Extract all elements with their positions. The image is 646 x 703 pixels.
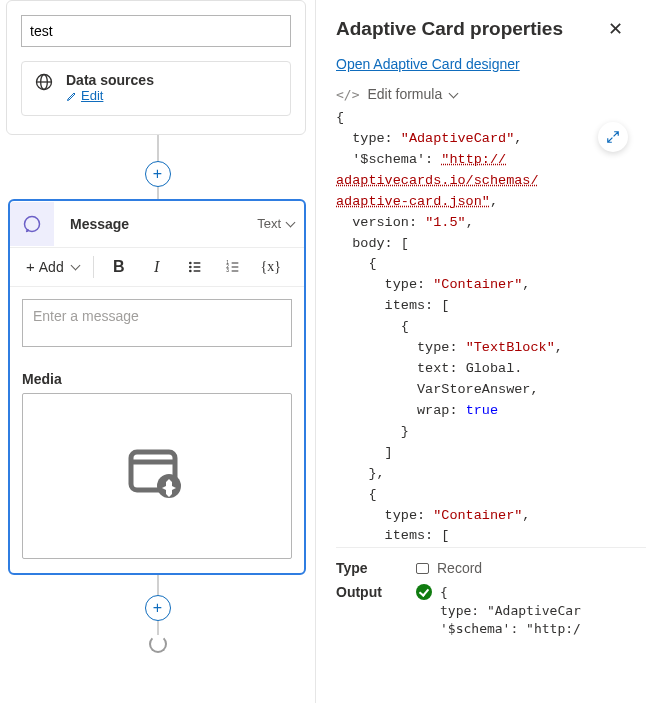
record-icon	[416, 563, 429, 574]
bullet-list-button[interactable]	[178, 252, 212, 282]
svg-text:3: 3	[226, 268, 229, 273]
connector-line	[157, 187, 159, 199]
data-sources-box: Data sources Edit	[21, 61, 291, 116]
type-value: Record	[416, 560, 482, 576]
open-designer-link[interactable]: Open Adaptive Card designer	[316, 48, 646, 80]
formula-dropdown[interactable]: </> Edit formula	[316, 80, 646, 108]
toolbar: + Add B I 123 {x}	[10, 247, 304, 287]
italic-button[interactable]: I	[140, 252, 174, 282]
svg-point-5	[189, 270, 190, 271]
chevron-down-icon	[286, 218, 296, 228]
chevron-down-icon	[70, 261, 80, 271]
expand-button[interactable]	[598, 122, 628, 152]
add-node-button[interactable]: +	[145, 595, 171, 621]
connector-line	[157, 135, 159, 161]
message-icon	[10, 202, 54, 246]
search-input[interactable]	[21, 15, 291, 47]
type-dropdown[interactable]: Text	[257, 216, 304, 231]
media-label: Media	[22, 371, 292, 387]
properties-panel: Adaptive Card properties ✕ Open Adaptive…	[315, 0, 646, 703]
type-row: Type Record	[316, 548, 646, 578]
success-check-icon	[416, 584, 432, 600]
numbered-list-button[interactable]: 123	[216, 252, 250, 282]
variable-button[interactable]: {x}	[254, 252, 288, 282]
connector-line	[157, 621, 159, 635]
message-card: Message Text + Add B I 123 {x} Enter a m…	[8, 199, 306, 575]
output-preview: { type: "AdaptiveCar '$schema': "http:/	[440, 584, 581, 639]
globe-icon	[34, 72, 54, 95]
chevron-down-icon	[449, 88, 459, 98]
message-input[interactable]: Enter a message	[22, 299, 292, 347]
svg-point-2	[25, 216, 40, 231]
panel-title: Adaptive Card properties	[336, 18, 563, 40]
card-title: Message	[54, 216, 257, 232]
end-node-icon	[149, 635, 167, 653]
connector-line	[157, 575, 159, 595]
bold-button[interactable]: B	[102, 252, 136, 282]
formula-editor[interactable]: { type: "AdaptiveCard", '$schema': "http…	[336, 108, 646, 548]
output-row: Output { type: "AdaptiveCar '$schema': "…	[316, 578, 646, 641]
close-icon[interactable]: ✕	[604, 18, 626, 40]
code-brackets-icon: </>	[336, 87, 359, 102]
edit-link[interactable]: Edit	[66, 88, 103, 103]
svg-point-4	[189, 266, 190, 267]
add-node-button[interactable]: +	[145, 161, 171, 187]
pencil-icon	[66, 90, 78, 102]
trigger-card: Data sources Edit	[6, 0, 306, 135]
svg-point-3	[189, 262, 190, 263]
data-sources-title: Data sources	[66, 72, 154, 88]
adaptive-card-icon	[125, 446, 189, 505]
media-box[interactable]	[22, 393, 292, 559]
add-button[interactable]: + Add	[20, 254, 85, 279]
